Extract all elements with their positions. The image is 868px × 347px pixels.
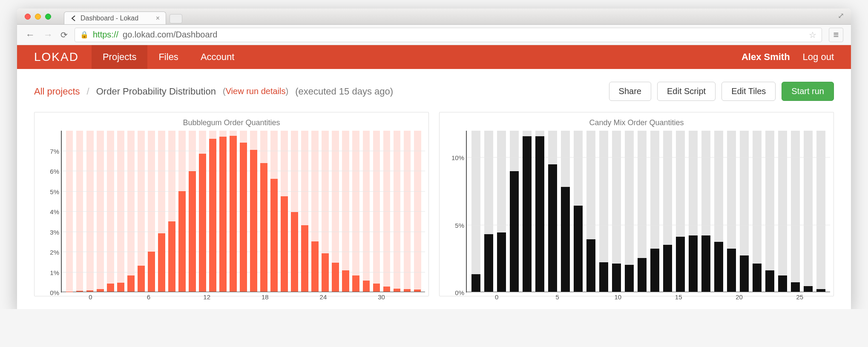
x-tick-label: 25: [796, 293, 803, 301]
browser-toolbar: ← → ⟳ 🔒 https://go.lokad.com/Dashboard ☆…: [17, 25, 851, 45]
y-tick-label: 4%: [50, 208, 59, 215]
breadcrumb-root[interactable]: All projects: [34, 86, 80, 97]
bar: [510, 171, 519, 292]
y-tick-label: 0%: [50, 289, 59, 296]
bar-background: [804, 131, 813, 292]
bar: [404, 289, 411, 292]
bar-slot: [508, 131, 520, 292]
view-run-details-link[interactable]: (View run details): [223, 86, 288, 96]
y-tick-label: 0%: [455, 289, 464, 296]
bar: [107, 284, 114, 292]
bar-slot: [661, 131, 674, 292]
url-path: go.lokad.com/Dashboard: [123, 30, 217, 40]
bar: [363, 281, 370, 292]
bar: [332, 263, 339, 292]
bar: [76, 291, 83, 292]
new-tab-button[interactable]: [170, 14, 182, 23]
bar-slot: [597, 131, 610, 292]
x-tick-label: 20: [736, 293, 743, 301]
bar: [689, 235, 698, 292]
browser-titlebar: Dashboard - Lokad × ⤢: [17, 9, 851, 25]
window-controls: [25, 14, 51, 20]
close-tab-icon[interactable]: ×: [156, 14, 160, 22]
share-button[interactable]: Share: [609, 82, 651, 101]
bar: [148, 252, 155, 292]
bar: [352, 275, 359, 292]
bar: [484, 234, 493, 292]
bar-slot: [546, 131, 559, 292]
browser-menu-button[interactable]: ≡: [829, 28, 843, 42]
minimize-window-icon[interactable]: [35, 14, 41, 20]
bar: [199, 154, 206, 292]
bar: [219, 137, 227, 292]
bar-slot: [469, 131, 482, 292]
bar-background: [778, 131, 787, 292]
chart-title: Bubblegum Order Quantities: [38, 118, 425, 127]
edit-script-button[interactable]: Edit Script: [657, 82, 716, 101]
brand-logo[interactable]: LOKAD: [34, 50, 79, 64]
browser-tab-active[interactable]: Dashboard - Lokad ×: [64, 11, 166, 24]
gridline: [467, 157, 830, 158]
bar: [373, 284, 380, 292]
edit-tiles-button[interactable]: Edit Tiles: [721, 82, 776, 101]
nav-account[interactable]: Account: [190, 45, 246, 69]
toolbar: Share Edit Script Edit Tiles Start run: [609, 82, 834, 101]
forward-button[interactable]: →: [43, 29, 54, 40]
tab-title: Dashboard - Lokad: [80, 14, 138, 22]
zoom-window-icon[interactable]: [45, 14, 51, 20]
bar: [778, 275, 787, 292]
y-axis: 0%1%2%3%4%5%6%7%: [38, 131, 62, 293]
bar-slot: [725, 131, 738, 292]
bar: [127, 275, 135, 292]
bar-slot: [815, 131, 828, 292]
bar-slot: [623, 131, 635, 292]
bar-slot: [520, 131, 533, 292]
bookmark-icon[interactable]: ☆: [809, 30, 816, 40]
bar-background: [791, 131, 800, 292]
bar-slot: [482, 131, 495, 292]
bar-slot: [776, 131, 789, 292]
bar: [414, 290, 421, 292]
bar: [765, 270, 774, 292]
gridline: [62, 292, 425, 293]
chart-tile-bubblegum: Bubblegum Order Quantities 0%1%2%3%4%5%6…: [34, 112, 429, 296]
header-right: Alex Smith Log out: [742, 52, 834, 63]
bar-background: [816, 131, 825, 292]
bar-slot: [559, 131, 572, 292]
nav-files[interactable]: Files: [147, 45, 189, 69]
x-tick-label: 24: [320, 293, 327, 301]
bar: [714, 242, 723, 292]
nav-projects[interactable]: Projects: [92, 45, 147, 69]
reload-button[interactable]: ⟳: [60, 30, 68, 40]
bar: [599, 262, 608, 292]
url-scheme: https://: [93, 30, 118, 40]
y-tick-label: 7%: [50, 147, 59, 155]
close-window-icon[interactable]: [25, 14, 31, 20]
bar-slot: [674, 131, 687, 292]
browser-tabs: Dashboard - Lokad ×: [64, 9, 182, 24]
address-bar[interactable]: 🔒 https://go.lokad.com/Dashboard ☆: [75, 28, 822, 42]
bar: [638, 258, 647, 292]
bar: [260, 163, 267, 292]
x-tick-label: 6: [147, 293, 150, 301]
bar: [270, 179, 278, 292]
bar: [138, 266, 145, 292]
bar-background: [765, 131, 774, 292]
bar-slot: [687, 131, 700, 292]
chart-tile-candymix: Candy Mix Order Quantities 0%5%10% 05101…: [439, 112, 834, 296]
fullscreen-icon[interactable]: ⤢: [838, 11, 844, 20]
logout-link[interactable]: Log out: [803, 52, 834, 63]
bar: [650, 249, 659, 292]
plot-area: 0510152025: [467, 131, 830, 293]
bar-background: [471, 131, 480, 292]
y-tick-label: 6%: [50, 168, 59, 175]
bar-slot: [610, 131, 623, 292]
app-header: LOKAD Projects Files Account Alex Smith …: [17, 45, 851, 69]
user-name[interactable]: Alex Smith: [742, 52, 790, 63]
bar: [586, 239, 595, 292]
y-tick-label: 2%: [50, 249, 59, 256]
start-run-button[interactable]: Start run: [782, 82, 834, 101]
bar: [117, 283, 124, 292]
back-button[interactable]: ←: [25, 29, 36, 40]
bar: [561, 187, 570, 292]
